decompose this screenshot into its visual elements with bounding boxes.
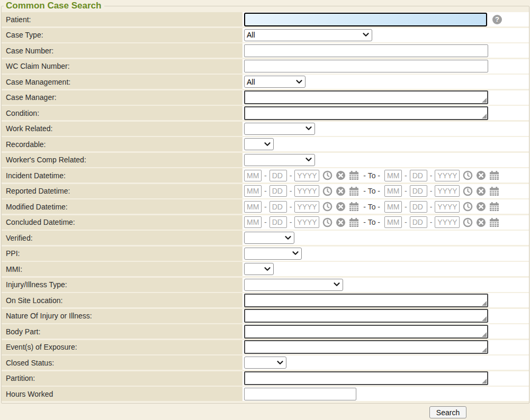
incident-datetime-label: Incident Datetime: [2,168,242,182]
case-type-select[interactable]: All [244,29,372,41]
help-icon[interactable]: ? [492,15,502,24]
clock-icon[interactable] [462,217,473,227]
calendar-icon[interactable] [489,202,499,212]
injury-illness-type-select[interactable] [244,279,343,291]
calendar-icon[interactable] [348,202,359,212]
form-footer: Search [0,404,530,418]
wc-claim-number-input[interactable] [244,60,488,72]
calendar-icon[interactable] [348,170,359,181]
form-row-modified-datetime: Modified Datetime: - - - To - - - [2,199,529,214]
mmi-select[interactable] [244,263,274,275]
modified-to-month-input[interactable] [384,201,402,213]
concluded-from-year-input[interactable] [294,216,319,228]
concluded-from-day-input[interactable] [270,216,287,228]
concluded-from-month-input[interactable] [244,216,262,228]
case-management-select[interactable]: All [244,76,306,88]
form-row-case-number: Case Number: [2,43,529,58]
recordable-label: Recordable: [2,137,242,151]
injury-illness-type-label: Injury/Illness Type: [2,278,242,292]
to-separator: - To - [363,203,380,211]
clear-icon[interactable] [335,217,346,227]
date-separator: - [290,187,292,195]
form-row-case-type: Case Type: All [2,28,529,42]
incident-from-month-input[interactable] [244,170,262,181]
calendar-icon[interactable] [489,217,499,227]
hours-worked-input[interactable] [244,388,356,400]
form-row-condition: Condition: [2,106,529,120]
incident-to-year-input[interactable] [435,170,460,181]
clock-icon[interactable] [462,186,473,196]
reported-to-year-input[interactable] [435,185,460,197]
modified-to-year-input[interactable] [435,201,460,213]
incident-from-day-input[interactable] [270,170,287,181]
form-row-recordable: Recordable: [2,137,529,151]
clock-icon[interactable] [322,186,333,196]
search-button[interactable]: Search [429,406,466,418]
case-manager-label: Case Manager: [2,90,242,105]
mmi-label: MMI: [2,262,242,276]
incident-to-day-input[interactable] [410,170,427,181]
closed-status-select[interactable] [244,357,286,369]
form-row-verified: Verified: [2,231,529,245]
to-separator: - To - [363,187,380,195]
modified-to-day-input[interactable] [410,201,427,213]
reported-from-year-input[interactable] [294,185,319,197]
events-of-exposure-textarea[interactable] [244,340,488,354]
calendar-icon[interactable] [348,217,359,227]
clear-icon[interactable] [475,170,486,181]
date-separator: - [405,171,407,180]
reported-to-month-input[interactable] [384,185,402,197]
clock-icon[interactable] [322,202,333,212]
clear-icon[interactable] [475,217,486,227]
partition-textarea[interactable] [244,371,488,385]
concluded-to-year-input[interactable] [435,216,460,228]
date-separator: - [430,203,433,211]
modified-from-year-input[interactable] [294,201,319,213]
reported-to-day-input[interactable] [410,185,427,197]
work-related-select[interactable] [244,123,315,135]
calendar-icon[interactable] [489,186,499,196]
verified-select[interactable] [244,232,294,244]
case-number-input[interactable] [244,44,488,57]
clear-icon[interactable] [335,202,346,212]
reported-from-day-input[interactable] [270,185,287,197]
ppi-select[interactable] [244,248,302,260]
clear-icon[interactable] [475,186,486,196]
clock-icon[interactable] [462,170,473,181]
reported-datetime-label: Reported Datetime: [2,184,242,198]
patient-input[interactable] [244,13,487,26]
calendar-icon[interactable] [348,186,359,196]
clear-icon[interactable] [475,202,486,212]
verified-label: Verified: [2,231,242,245]
body-part-textarea[interactable] [244,325,488,339]
modified-from-day-input[interactable] [270,201,287,213]
form-row-ppi: PPI: [2,246,529,261]
incident-to-month-input[interactable] [384,170,402,181]
work-related-label: Work Related: [2,122,242,136]
concluded-to-day-input[interactable] [410,216,427,228]
patient-label: Patient: [2,12,242,26]
concluded-datetime-label: Concluded Datetime: [2,215,242,230]
concluded-to-month-input[interactable] [384,216,402,228]
clock-icon[interactable] [462,202,473,212]
date-separator: - [264,218,267,226]
clear-icon[interactable] [335,186,346,196]
events-of-exposure-label: Event(s) of Exposure: [2,340,242,354]
to-separator: - To - [363,171,380,180]
reported-from-month-input[interactable] [244,185,262,197]
recordable-select[interactable] [244,138,274,150]
workers-comp-related-select[interactable] [244,154,315,166]
incident-from-year-input[interactable] [294,170,319,181]
date-separator: - [430,218,433,226]
condition-textarea[interactable] [244,106,488,120]
on-site-location-textarea[interactable] [244,294,488,307]
modified-from-month-input[interactable] [244,201,262,213]
calendar-icon[interactable] [489,170,499,181]
form-row-wc-claim-number: WC Claim Number: [2,59,529,74]
nature-of-injury-label: Nature Of Injury or Illness: [2,309,242,323]
nature-of-injury-textarea[interactable] [244,309,488,323]
case-manager-textarea[interactable] [244,90,488,104]
clear-icon[interactable] [335,170,346,181]
clock-icon[interactable] [322,170,333,181]
clock-icon[interactable] [322,217,333,227]
